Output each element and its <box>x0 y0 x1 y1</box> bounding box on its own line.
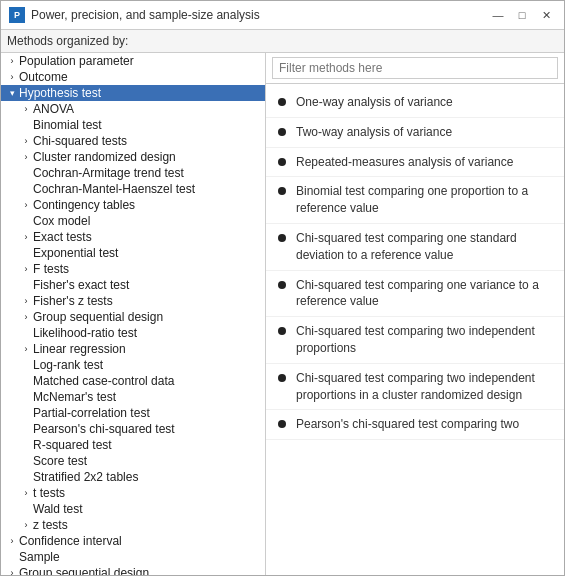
expand-icon-z-tests: › <box>19 520 33 530</box>
tree-item-linear-regression[interactable]: ›Linear regression <box>1 341 265 357</box>
expand-icon-cluster-randomized-design: › <box>19 152 33 162</box>
tree-item-group-sequential-design-top[interactable]: ›Group sequential design <box>1 565 265 575</box>
tree-label-exponential-test: Exponential test <box>33 246 263 260</box>
method-text-chi-sq-cluster: Chi-squared test comparing two independe… <box>296 370 552 404</box>
expand-icon-population-parameter: › <box>5 56 19 66</box>
tree-item-pearsons-chi-squared[interactable]: Pearson's chi-squared test <box>1 421 265 437</box>
right-panel: One-way analysis of varianceTwo-way anal… <box>266 53 564 575</box>
tree-label-r-squared-test: R-squared test <box>33 438 263 452</box>
tree-item-f-tests[interactable]: ›F tests <box>1 261 265 277</box>
tree-item-cochran-armitage[interactable]: Cochran-Armitage trend test <box>1 165 265 181</box>
main-content: ›Population parameter›Outcome▾Hypothesis… <box>1 53 564 575</box>
method-item-chi-sq-two-proportions[interactable]: Chi-squared test comparing two independe… <box>266 317 564 364</box>
tree-item-outcome[interactable]: ›Outcome <box>1 69 265 85</box>
filter-bar <box>266 53 564 84</box>
method-bullet-two-way-anova <box>278 128 286 136</box>
expand-icon-hypothesis-test: ▾ <box>5 88 19 98</box>
method-item-chi-sq-std-dev[interactable]: Chi-squared test comparing one standard … <box>266 224 564 271</box>
tree-item-anova[interactable]: ›ANOVA <box>1 101 265 117</box>
tree-item-matched-case-control[interactable]: Matched case-control data <box>1 373 265 389</box>
tree-item-partial-correlation-test[interactable]: Partial-correlation test <box>1 405 265 421</box>
close-button[interactable]: ✕ <box>536 7 556 23</box>
method-bullet-one-way-anova <box>278 98 286 106</box>
tree-label-cochran-mantel: Cochran-Mantel-Haenszel test <box>33 182 263 196</box>
expand-icon-f-tests: › <box>19 264 33 274</box>
method-bullet-chi-sq-cluster <box>278 374 286 382</box>
method-text-one-way-anova: One-way analysis of variance <box>296 94 453 111</box>
tree-item-exact-tests[interactable]: ›Exact tests <box>1 229 265 245</box>
maximize-button[interactable]: □ <box>512 7 532 23</box>
tree-item-log-rank-test[interactable]: Log-rank test <box>1 357 265 373</box>
method-item-two-way-anova[interactable]: Two-way analysis of variance <box>266 118 564 148</box>
tree-item-chi-squared-tests[interactable]: ›Chi-squared tests <box>1 133 265 149</box>
method-item-chi-sq-variance[interactable]: Chi-squared test comparing one variance … <box>266 271 564 318</box>
tree-item-sample[interactable]: Sample <box>1 549 265 565</box>
tree-item-hypothesis-test[interactable]: ▾Hypothesis test <box>1 85 265 101</box>
tree-item-binomial-test[interactable]: Binomial test <box>1 117 265 133</box>
minimize-button[interactable]: — <box>488 7 508 23</box>
tree-item-population-parameter[interactable]: ›Population parameter <box>1 53 265 69</box>
method-bullet-chi-sq-std-dev <box>278 234 286 242</box>
tree-label-exact-tests: Exact tests <box>33 230 263 244</box>
tree-item-mcnemar-test[interactable]: McNemar's test <box>1 389 265 405</box>
left-panel[interactable]: ›Population parameter›Outcome▾Hypothesis… <box>1 53 266 575</box>
expand-icon-anova: › <box>19 104 33 114</box>
tree-item-z-tests[interactable]: ›z tests <box>1 517 265 533</box>
method-bullet-chi-sq-two-proportions <box>278 327 286 335</box>
method-item-binomial-test-one-prop[interactable]: Binomial test comparing one proportion t… <box>266 177 564 224</box>
tree-item-group-sequential-design[interactable]: ›Group sequential design <box>1 309 265 325</box>
title-bar-left: P Power, precision, and sample-size anal… <box>9 7 260 23</box>
tree-item-fishers-z-tests[interactable]: ›Fisher's z tests <box>1 293 265 309</box>
method-item-repeated-measures-anova[interactable]: Repeated-measures analysis of variance <box>266 148 564 178</box>
tree-item-r-squared-test[interactable]: R-squared test <box>1 437 265 453</box>
tree-label-t-tests: t tests <box>33 486 263 500</box>
expand-icon-chi-squared-tests: › <box>19 136 33 146</box>
tree-item-cochran-mantel[interactable]: Cochran-Mantel-Haenszel test <box>1 181 265 197</box>
method-item-one-way-anova[interactable]: One-way analysis of variance <box>266 88 564 118</box>
tree-item-likelihood-ratio-test[interactable]: Likelihood-ratio test <box>1 325 265 341</box>
tree-label-chi-squared-tests: Chi-squared tests <box>33 134 263 148</box>
tree-label-pearsons-chi-squared: Pearson's chi-squared test <box>33 422 263 436</box>
tree-label-contingency-tables: Contingency tables <box>33 198 263 212</box>
method-bullet-binomial-test-one-prop <box>278 187 286 195</box>
tree-label-matched-case-control: Matched case-control data <box>33 374 263 388</box>
method-item-chi-sq-cluster[interactable]: Chi-squared test comparing two independe… <box>266 364 564 411</box>
method-text-pearsons-two: Pearson's chi-squared test comparing two <box>296 416 519 433</box>
tree-label-fishers-exact-test: Fisher's exact test <box>33 278 263 292</box>
method-text-repeated-measures-anova: Repeated-measures analysis of variance <box>296 154 513 171</box>
tree-label-population-parameter: Population parameter <box>19 54 263 68</box>
tree-label-linear-regression: Linear regression <box>33 342 263 356</box>
tree-label-partial-correlation-test: Partial-correlation test <box>33 406 263 420</box>
tree-label-f-tests: F tests <box>33 262 263 276</box>
expand-icon-fishers-z-tests: › <box>19 296 33 306</box>
method-bullet-repeated-measures-anova <box>278 158 286 166</box>
tree-item-fishers-exact-test[interactable]: Fisher's exact test <box>1 277 265 293</box>
expand-icon-contingency-tables: › <box>19 200 33 210</box>
method-text-two-way-anova: Two-way analysis of variance <box>296 124 452 141</box>
expand-icon-linear-regression: › <box>19 344 33 354</box>
method-text-chi-sq-two-proportions: Chi-squared test comparing two independe… <box>296 323 552 357</box>
tree-item-stratified-2x2[interactable]: Stratified 2x2 tables <box>1 469 265 485</box>
tree-label-sample: Sample <box>19 550 263 564</box>
tree-item-cluster-randomized-design[interactable]: ›Cluster randomized design <box>1 149 265 165</box>
tree-item-exponential-test[interactable]: Exponential test <box>1 245 265 261</box>
tree-item-t-tests[interactable]: ›t tests <box>1 485 265 501</box>
expand-icon-t-tests: › <box>19 488 33 498</box>
tree-label-fishers-z-tests: Fisher's z tests <box>33 294 263 308</box>
method-bullet-chi-sq-variance <box>278 281 286 289</box>
filter-input[interactable] <box>272 57 558 79</box>
tree-item-confidence-interval[interactable]: ›Confidence interval <box>1 533 265 549</box>
tree-label-likelihood-ratio-test: Likelihood-ratio test <box>33 326 263 340</box>
method-text-binomial-test-one-prop: Binomial test comparing one proportion t… <box>296 183 552 217</box>
tree-label-binomial-test: Binomial test <box>33 118 263 132</box>
expand-icon-outcome: › <box>5 72 19 82</box>
tree-item-score-test[interactable]: Score test <box>1 453 265 469</box>
method-text-chi-sq-std-dev: Chi-squared test comparing one standard … <box>296 230 552 264</box>
tree-item-contingency-tables[interactable]: ›Contingency tables <box>1 197 265 213</box>
methods-list[interactable]: One-way analysis of varianceTwo-way anal… <box>266 84 564 575</box>
tree-label-wald-test: Wald test <box>33 502 263 516</box>
tree-item-wald-test[interactable]: Wald test <box>1 501 265 517</box>
tree-label-cluster-randomized-design: Cluster randomized design <box>33 150 263 164</box>
tree-item-cox-model[interactable]: Cox model <box>1 213 265 229</box>
method-item-pearsons-two[interactable]: Pearson's chi-squared test comparing two <box>266 410 564 440</box>
